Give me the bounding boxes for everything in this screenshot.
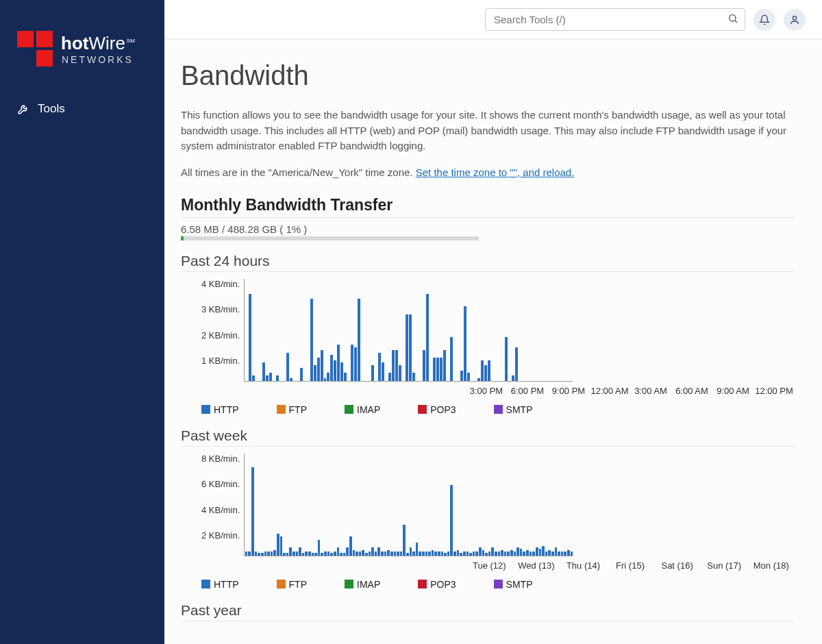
chart-pastweek-yaxis: 8 KB/min.6 KB/min.4 KB/min.2 KB/min. (201, 454, 244, 556)
chart-bar (255, 552, 258, 556)
chart-bar (296, 552, 299, 556)
chart-bar (447, 552, 450, 556)
chart-bar (460, 553, 462, 556)
pastyear-title: Past year (181, 602, 795, 621)
legend-item[interactable]: SMTP (494, 579, 533, 590)
chart-bar (438, 552, 440, 556)
page-title: Bandwidth (181, 60, 795, 91)
chart-bar (444, 553, 447, 556)
chart-bar (501, 550, 503, 555)
legend-swatch (277, 405, 286, 414)
timezone-prefix: All times are in the "America/New_York" … (181, 166, 416, 178)
chart-bar (436, 358, 439, 381)
chart-bar (473, 552, 475, 556)
legend-item[interactable]: IMAP (345, 404, 380, 415)
legend-item[interactable]: FTP (277, 579, 307, 590)
chart-bar (479, 547, 482, 555)
brand-sub: NETWORKS (61, 54, 134, 65)
chart-past24-yaxis: 4 KB/min.3 KB/min.2 KB/min.1 KB/min. (201, 279, 244, 382)
chart-bar (362, 550, 364, 555)
sidebar-nav: Tools (0, 87, 164, 131)
bell-icon (759, 14, 770, 25)
chart-bar (526, 550, 529, 555)
legend-item[interactable]: SMTP (494, 404, 533, 415)
chart-bar (310, 299, 313, 380)
chart-bar (412, 373, 415, 380)
chart-bar (359, 552, 362, 556)
sidebar: hotWireSM NETWORKS Tools (0, 0, 164, 644)
chart-bar (321, 553, 323, 556)
logo-mark-icon (17, 31, 53, 66)
legend-label: IMAP (357, 404, 380, 415)
content: Bandwidth This function allows you to se… (164, 40, 822, 644)
chart-bar (261, 553, 264, 556)
sidebar-item-tools[interactable]: Tools (0, 94, 164, 124)
chart-bar (271, 552, 273, 556)
chart-bar (369, 552, 371, 556)
legend-item[interactable]: HTTP (201, 579, 239, 590)
chart-bar (484, 365, 487, 380)
chart-bar (450, 485, 453, 555)
chart-bar (432, 550, 434, 555)
chart-bar (308, 552, 311, 556)
chart-bar (422, 552, 425, 556)
chart-bar (464, 306, 466, 380)
chart-bar (507, 552, 510, 556)
chart-bar (395, 350, 398, 381)
legend-item[interactable]: IMAP (345, 579, 380, 590)
legend-item[interactable]: HTTP (201, 404, 239, 415)
chart-bar (409, 314, 412, 381)
search-input[interactable] (485, 8, 745, 31)
chart-bar (498, 552, 501, 556)
chart-bar (400, 552, 403, 556)
chart-bar (467, 373, 470, 380)
timezone-link[interactable]: Set the time zone to "", and reload. (416, 166, 575, 178)
chart-bar (337, 345, 340, 380)
chart-bar (292, 552, 295, 556)
legend-label: POP3 (430, 579, 456, 590)
chart-bar (251, 467, 254, 556)
chart-bar (305, 552, 308, 556)
chart-bar (488, 552, 491, 556)
chart-bar (412, 552, 415, 556)
brand-name-rest: Wire (88, 33, 125, 53)
legend-item[interactable]: POP3 (418, 404, 456, 415)
chart-bar (377, 547, 380, 555)
legend-label: SMTP (506, 579, 533, 590)
legend-swatch (494, 580, 503, 589)
search-icon[interactable] (727, 13, 738, 27)
user-menu-button[interactable] (784, 9, 806, 31)
chart-past24-plot (244, 279, 573, 382)
chart-bar (334, 552, 336, 556)
chart-bar (283, 553, 286, 556)
chart-bar (477, 378, 480, 381)
page-description: This function allows you to see the band… (181, 108, 795, 154)
chart-bar (551, 552, 554, 556)
legend-item[interactable]: POP3 (418, 579, 456, 590)
legend-label: FTP (289, 404, 307, 415)
chart-bar (375, 552, 377, 556)
chart-bar (365, 553, 368, 556)
legend-swatch (494, 405, 503, 414)
monthly-progress-bar (181, 236, 184, 240)
notifications-button[interactable] (754, 9, 775, 31)
brand-logo[interactable]: hotWireSM NETWORKS (0, 0, 164, 87)
legend-swatch (277, 580, 286, 589)
legend-label: HTTP (214, 404, 239, 415)
chart-bar (266, 375, 269, 380)
chart-bar (505, 337, 508, 380)
chart-bar (381, 552, 384, 556)
chart-bar (276, 375, 279, 380)
pastweek-title: Past week (181, 428, 795, 447)
chart-bar (510, 550, 513, 555)
main: Bandwidth This function allows you to se… (164, 0, 822, 644)
legend-item[interactable]: FTP (277, 404, 307, 415)
legend-label: POP3 (430, 404, 456, 415)
chart-bar (371, 365, 374, 380)
chart-bar (539, 549, 542, 555)
chart-bar (340, 553, 342, 556)
legend-swatch (345, 405, 353, 414)
chart-bar (337, 547, 340, 555)
chart-bar (249, 294, 251, 381)
chart-bar (378, 353, 381, 381)
